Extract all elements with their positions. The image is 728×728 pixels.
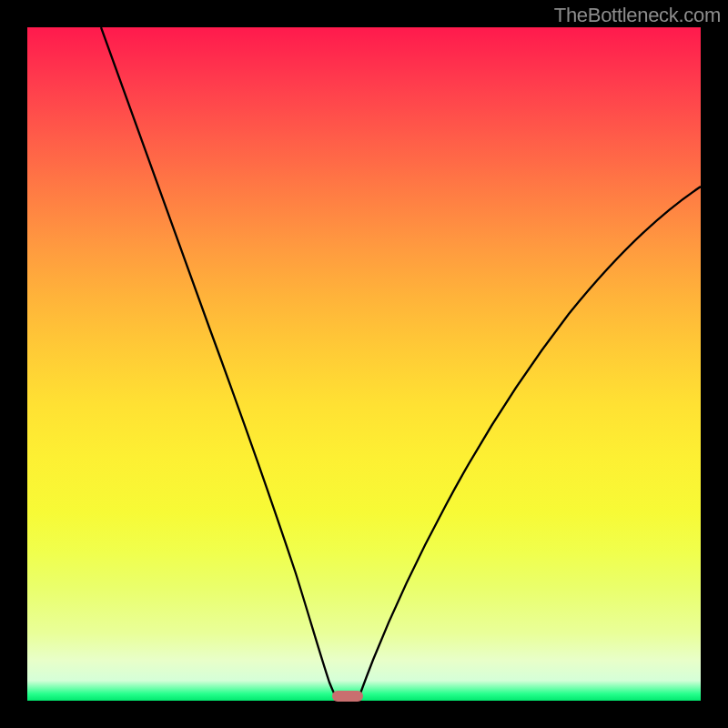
bottleneck-marker bbox=[332, 691, 363, 702]
curve-right-branch bbox=[358, 187, 701, 701]
plot-area bbox=[27, 27, 701, 701]
watermark: TheBottleneck.com bbox=[554, 4, 721, 27]
chart-container: TheBottleneck.com bbox=[0, 0, 728, 728]
curve-layer bbox=[27, 27, 701, 701]
curve-left-branch bbox=[101, 27, 338, 701]
